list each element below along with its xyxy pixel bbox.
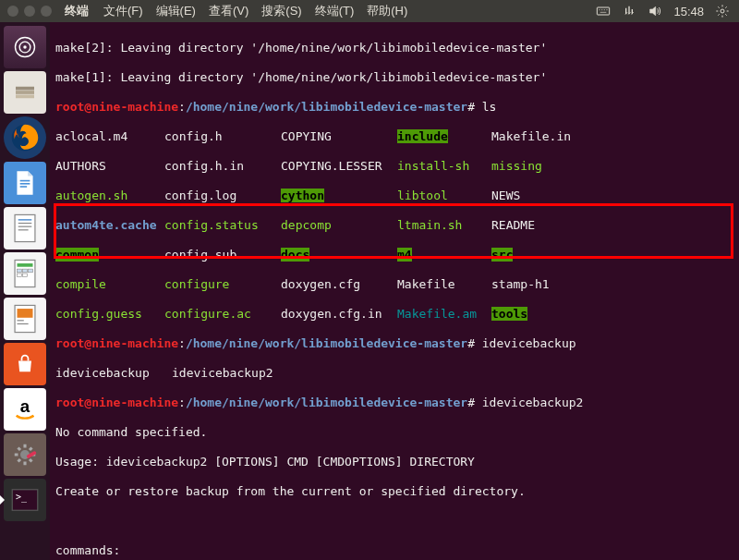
writer-icon[interactable] <box>4 207 46 250</box>
window-controls <box>0 6 59 17</box>
svg-rect-10 <box>16 87 34 91</box>
svg-rect-14 <box>20 180 30 182</box>
cmd-idevicebackup: idevicebackup <box>482 336 576 350</box>
dash-icon[interactable] <box>4 26 46 68</box>
help-line: No command specified. <box>55 425 733 440</box>
help-line: Usage: idevicebackup2 [OPTIONS] CMD [CMD… <box>55 455 733 469</box>
ls-item: doxygen.cfg <box>281 277 397 292</box>
ls-item: aclocal.m4 <box>55 129 164 144</box>
svg-rect-16 <box>20 186 28 188</box>
ls-item: stamp-h1 <box>491 277 550 292</box>
prompt-user: root@nine-machine <box>55 100 178 114</box>
menu-file[interactable]: 文件(F) <box>98 3 149 19</box>
prompt-path: /home/nine/work/libimobiledevice-master <box>186 336 467 350</box>
keyboard-icon[interactable] <box>596 4 611 18</box>
svg-rect-24 <box>18 269 22 273</box>
ls-item: NEWS <box>491 189 520 203</box>
cmd-ls: ls <box>482 100 497 114</box>
prompt-user: root@nine-machine <box>55 336 178 350</box>
menu-help[interactable]: 帮助(H) <box>361 3 413 19</box>
ls-item: cython <box>281 189 324 202</box>
ls-item: depcomp <box>281 218 397 233</box>
svg-rect-17 <box>15 214 35 241</box>
ls-item: doxygen.cfg.in <box>281 307 397 322</box>
prompt-path: /home/nine/work/libimobiledevice-master <box>186 396 467 409</box>
ls-item: missing <box>491 159 542 174</box>
ls-item: libtool <box>397 189 491 203</box>
svg-point-9 <box>23 45 27 49</box>
ls-item: common <box>55 248 99 262</box>
ls-item: config.status <box>164 218 281 233</box>
svg-rect-0 <box>598 7 610 15</box>
ls-item: include <box>397 129 448 143</box>
svg-rect-26 <box>29 269 33 273</box>
ls-item: COPYING <box>281 129 397 144</box>
amazon-icon[interactable]: a <box>4 388 46 431</box>
menu-terminal[interactable]: 终端(T) <box>309 3 360 19</box>
tab-completion: idevicebackup <box>55 366 172 381</box>
svg-rect-18 <box>18 219 32 220</box>
cmd-idevicebackup2: idevicebackup2 <box>482 396 584 409</box>
ls-item: AUTHORS <box>55 159 164 174</box>
output-line: make[2]: Leaving directory '/home/nine/w… <box>55 41 733 55</box>
terminal-icon[interactable]: >_ <box>4 479 46 521</box>
settings-icon[interactable] <box>4 433 46 476</box>
ls-item: autom4te.cache <box>55 218 164 233</box>
ls-item: Makefile <box>397 277 491 292</box>
calc-icon[interactable] <box>4 252 46 295</box>
svg-text:>_: >_ <box>16 492 28 503</box>
svg-rect-20 <box>18 226 32 227</box>
menu-search[interactable]: 搜索(S) <box>256 3 307 19</box>
svg-rect-19 <box>18 223 32 224</box>
prompt-path: /home/nine/work/libimobiledevice-master <box>186 100 467 114</box>
svg-point-6 <box>721 9 724 13</box>
menu-bar: 文件(F) 编辑(E) 查看(V) 搜索(S) 终端(T) 帮助(H) <box>94 3 413 19</box>
menu-edit[interactable]: 编辑(E) <box>151 3 201 19</box>
svg-rect-27 <box>18 274 22 277</box>
output-line: make[1]: Leaving directory '/home/nine/w… <box>55 70 733 85</box>
ls-item: config.h.in <box>164 159 281 174</box>
svg-rect-28 <box>23 274 28 277</box>
help-line: Create or restore backup from the curren… <box>55 484 733 499</box>
volume-icon[interactable] <box>648 4 662 18</box>
ls-item: Makefile.in <box>491 129 571 144</box>
svg-rect-32 <box>18 323 29 324</box>
firefox-icon[interactable] <box>4 116 46 159</box>
svg-rect-31 <box>18 320 24 321</box>
impress-icon[interactable] <box>4 298 46 340</box>
svg-text:a: a <box>20 396 30 416</box>
ls-item: README <box>491 218 535 233</box>
ls-item: src <box>491 248 513 262</box>
help-line: commands: <box>55 543 733 558</box>
clock[interactable]: 15:48 <box>673 5 704 18</box>
gear-icon[interactable] <box>715 4 730 18</box>
ls-item: configure <box>164 277 281 292</box>
terminal-output[interactable]: make[2]: Leaving directory '/home/nine/w… <box>50 22 739 560</box>
ls-item: COPYING.LESSER <box>281 159 397 174</box>
svg-rect-30 <box>18 309 33 318</box>
menu-view[interactable]: 查看(V) <box>203 3 254 19</box>
ls-item: tools <box>491 307 527 321</box>
close-icon[interactable] <box>7 6 18 17</box>
ls-item: config.sub <box>164 248 281 262</box>
tab-completion: idevicebackup2 <box>172 366 273 381</box>
maximize-icon[interactable] <box>41 6 52 17</box>
ls-item: docs <box>281 248 309 262</box>
ls-item: config.log <box>164 189 281 203</box>
ls-item: install-sh <box>397 159 491 174</box>
ls-item: configure.ac <box>164 307 281 322</box>
network-icon[interactable] <box>622 4 636 18</box>
ls-item: ltmain.sh <box>397 218 491 233</box>
svg-rect-23 <box>18 263 33 267</box>
software-center-icon[interactable] <box>4 343 46 385</box>
unity-launcher: a >_ <box>0 22 50 560</box>
document-icon[interactable] <box>4 162 46 204</box>
ls-item: config.guess <box>55 307 164 322</box>
files-icon[interactable] <box>4 71 46 114</box>
prompt-user: root@nine-machine <box>55 396 178 409</box>
ls-item: m4 <box>397 248 412 262</box>
top-panel: 终端 文件(F) 编辑(E) 查看(V) 搜索(S) 终端(T) 帮助(H) 1… <box>0 0 739 22</box>
minimize-icon[interactable] <box>24 6 35 17</box>
ls-item: config.h <box>164 129 281 144</box>
ls-item: compile <box>55 277 164 292</box>
